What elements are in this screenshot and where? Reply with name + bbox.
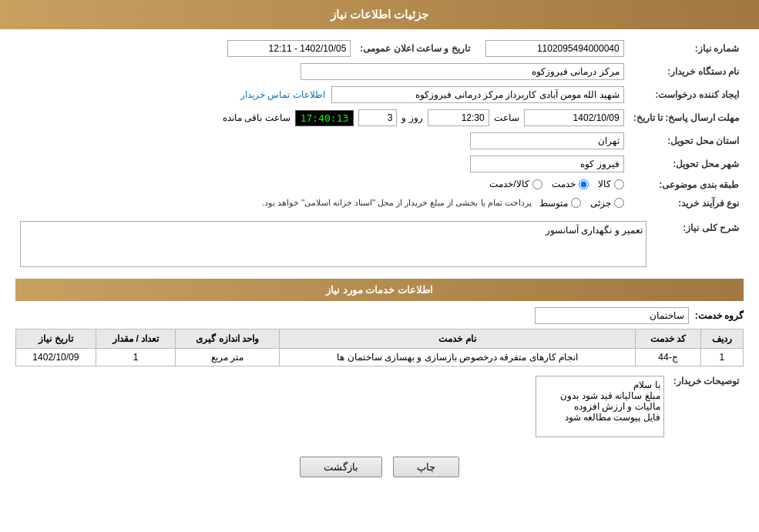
purchase-motevaset[interactable]: متوسط [539,198,581,209]
purchase-note: پرداخت تمام یا بخشی از مبلغ خریدار از مح… [262,198,532,208]
need-number-label: شماره نیاز: [629,37,744,60]
cell-service-code: ج-44 [636,348,700,366]
cell-qty: 1 [96,348,176,366]
col-qty: تعداد / مقدار [96,329,176,348]
response-deadline-label: مهلت ارسال پاسخ: تا تاریخ: [629,106,744,129]
contact-link[interactable]: اطلاعات تماس خریدار [240,89,325,100]
creator-input[interactable] [331,86,624,103]
days-input[interactable] [358,109,397,126]
print-button[interactable]: چاپ [393,457,459,477]
need-number-input[interactable] [485,40,624,57]
group-row: گروه خدمت: [15,307,744,324]
page-header: جزئیات اطلاعات نیاز [0,0,759,29]
response-time-input[interactable] [428,109,489,126]
countdown-timer: 17:40:13 [295,110,354,126]
creator-label: ایجاد کننده درخواست: [629,83,744,106]
category-radio-group: کالا خدمت کالا/خدمت [489,179,623,189]
cell-unit: متر مربع [176,348,279,366]
col-date: تاریخ نیاز [16,329,96,348]
buyer-org-input[interactable] [301,63,624,80]
city-label: شهر محل تحویل: [629,152,744,176]
col-row-num: ردیف [700,329,743,348]
announce-label: تاریخ و ساعت اعلان عمومی: [355,37,474,60]
category-kala[interactable]: کالا [598,179,624,189]
city-input[interactable] [470,156,624,172]
buyer-notes-label: توصیحات خریدار: [669,373,744,443]
page-title: جزئیات اطلاعات نیاز [331,8,428,21]
days-label: روز و [401,112,422,123]
province-label: استان محل تحویل: [629,129,744,152]
announce-input[interactable] [227,40,351,57]
group-input[interactable] [535,307,689,324]
buttons-row: چاپ بازگشت [15,449,744,485]
description-textarea[interactable] [20,221,646,267]
cell-row-num: 1 [700,348,743,366]
time-label: ساعت [494,112,519,123]
purchase-type-label: نوع فرآیند خرید: [629,195,744,212]
col-service-name: نام خدمت [279,329,635,348]
cell-service-name: انجام کارهای متفرقه درخصوص بازسازی و بهس… [279,348,635,366]
province-input[interactable] [470,132,624,149]
col-unit: واحد اندازه گیری [176,329,279,348]
purchase-type-radio-group: جزئی متوسط [539,198,624,209]
group-label: گروه خدمت: [695,310,744,321]
back-button[interactable]: بازگشت [300,457,382,477]
services-table: ردیف کد خدمت نام خدمت واحد اندازه گیری ت… [15,329,744,366]
purchase-jozi[interactable]: جزئی [590,198,624,209]
category-kala-khedmat[interactable]: کالا/خدمت [489,179,542,189]
table-row: 1 ج-44 انجام کارهای متفرقه درخصوص بازساز… [16,348,744,366]
services-section-header: اطلاعات خدمات مورد نیاز [15,279,744,301]
remaining-label: ساعت باقی مانده [223,112,291,123]
response-date-input[interactable] [524,109,624,126]
col-service-code: کد خدمت [636,329,700,348]
category-label: طبقه بندی موضوعی: [629,176,744,195]
buyer-notes-textarea[interactable] [536,376,664,437]
buyer-org-label: نام دستگاه خریدار: [629,60,744,83]
category-khedmat[interactable]: خدمت [552,179,589,189]
cell-date: 1402/10/09 [16,348,96,366]
description-label: شرح کلی نیاز: [651,218,744,273]
